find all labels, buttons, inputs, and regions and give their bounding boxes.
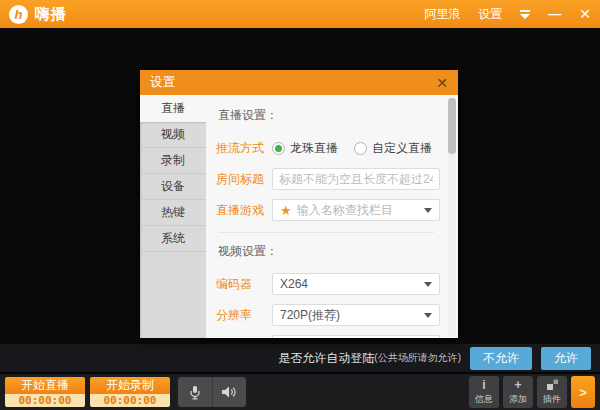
- radio-custom-label[interactable]: 自定义直播: [372, 140, 432, 157]
- autologin-note: (公共场所请勿允许): [374, 351, 461, 365]
- sidebar-item-live[interactable]: 直播: [140, 95, 206, 122]
- settings-link[interactable]: 设置: [478, 6, 502, 23]
- live-timer: 00:00:00: [5, 394, 85, 407]
- sidebar-inactive-group: 视频 录制 设备 热键 系统: [140, 122, 206, 338]
- settings-dialog: 设置 ✕ 直播 视频 录制 设备 热键 系统: [140, 70, 458, 338]
- resolution-value: 720P(推荐): [280, 307, 340, 324]
- control-bar: 开始直播 00:00:00 开始录制 00:00:00: [0, 372, 600, 410]
- encoder-row: 编码器 X264: [216, 272, 444, 296]
- game-placeholder: 输入名称查找栏目: [297, 202, 393, 219]
- section-divider: [218, 232, 434, 233]
- radio-longzhu-selected[interactable]: [272, 142, 285, 155]
- collapse-triangle: [520, 14, 530, 19]
- sidebar-item-record[interactable]: 录制: [140, 148, 206, 174]
- room-title-label: 房间标题: [216, 171, 272, 188]
- app-window: h 嗨播 阿里浪 设置 — ✕ 设置 ✕ 直播 视频: [0, 0, 600, 410]
- sidebar-item-video[interactable]: 视频: [140, 122, 206, 148]
- game-select[interactable]: ★ 输入名称查找栏目: [272, 199, 440, 221]
- start-live-button[interactable]: 开始直播 00:00:00: [5, 377, 85, 407]
- sidebar-item-label: 设备: [161, 178, 185, 195]
- deny-button[interactable]: 不允许: [470, 347, 532, 370]
- resolution-label: 分辨率: [216, 307, 272, 324]
- info-label: 信息: [475, 393, 493, 406]
- audio-controls: [178, 377, 246, 407]
- push-method-label: 推流方式: [216, 140, 272, 157]
- resolution-select[interactable]: 720P(推荐): [272, 304, 440, 326]
- close-button[interactable]: ✕: [579, 6, 591, 22]
- dialog-close-icon[interactable]: ✕: [436, 75, 448, 91]
- dialog-scrollbar-track[interactable]: [448, 97, 456, 336]
- encoder-value: X264: [280, 277, 308, 291]
- sidebar-item-label: 录制: [161, 152, 185, 169]
- dialog-sidebar: 直播 视频 录制 设备 热键 系统: [140, 95, 206, 338]
- live-settings-heading: 直播设置：: [218, 107, 444, 124]
- game-row: 直播游戏 ★ 输入名称查找栏目: [216, 198, 444, 222]
- sidebar-item-label: 视频: [161, 126, 185, 143]
- start-record-label: 开始录制: [90, 377, 170, 394]
- control-bar-right: i 信息 + 添加 插件 >: [469, 376, 595, 408]
- dialog-body: 直播 视频 录制 设备 热键 系统 直播设置： 推流方式: [140, 95, 458, 338]
- chevron-down-icon: [424, 208, 432, 213]
- add-label: 添加: [509, 393, 527, 406]
- star-icon: ★: [280, 204, 292, 217]
- room-title-row: 房间标题: [216, 167, 444, 191]
- app-logo-icon: h: [9, 5, 28, 24]
- quality-row: 画质 中等: [216, 334, 444, 338]
- game-label: 直播游戏: [216, 202, 272, 219]
- room-title-input[interactable]: [272, 168, 440, 190]
- record-timer: 00:00:00: [90, 394, 170, 407]
- chevron-down-icon: [424, 282, 432, 287]
- dialog-header: 设置 ✕: [140, 70, 458, 95]
- info-button[interactable]: i 信息: [469, 376, 499, 408]
- sidebar-item-label: 系统: [161, 230, 185, 247]
- autologin-message: 是否允许自动登陆: [278, 350, 374, 367]
- aliwang-link[interactable]: 阿里浪: [424, 6, 460, 23]
- plus-icon: +: [514, 378, 521, 392]
- dialog-content: 直播设置： 推流方式 龙珠直播 自定义直播 房间标题: [206, 95, 458, 338]
- encoder-select[interactable]: X264: [272, 273, 440, 295]
- video-settings-heading: 视频设置：: [218, 243, 444, 260]
- plugin-icon: [546, 378, 559, 392]
- titlebar-actions: 阿里浪 设置 — ✕: [424, 6, 591, 23]
- radio-dot: [275, 145, 282, 152]
- microphone-icon: [188, 385, 202, 400]
- dialog-title: 设置: [150, 74, 175, 91]
- allow-button[interactable]: 允许: [541, 347, 591, 370]
- quality-select[interactable]: 中等: [272, 335, 440, 338]
- plugin-button[interactable]: 插件: [537, 376, 567, 408]
- resolution-row: 分辨率 720P(推荐): [216, 303, 444, 327]
- quality-value: 中等: [280, 338, 304, 339]
- info-icon: i: [482, 378, 485, 392]
- sidebar-item-system[interactable]: 系统: [140, 226, 206, 252]
- autologin-notify-bar: 是否允许自动登陆 (公共场所请勿允许) 不允许 允许: [0, 344, 600, 372]
- titlebar: h 嗨播 阿里浪 设置 — ✕: [0, 0, 600, 28]
- sidebar-item-device[interactable]: 设备: [140, 174, 206, 200]
- app-title: 嗨播: [35, 5, 67, 24]
- encoder-label: 编码器: [216, 276, 272, 293]
- collapse-icon[interactable]: [520, 10, 530, 19]
- plugin-label: 插件: [543, 393, 561, 406]
- microphone-button[interactable]: [178, 377, 213, 407]
- dialog-scrollbar-thumb[interactable]: [448, 98, 456, 154]
- add-button[interactable]: + 添加: [503, 376, 533, 408]
- quality-label: 画质: [216, 338, 272, 339]
- speaker-icon: [221, 385, 237, 399]
- logo-letter: h: [15, 7, 23, 22]
- collapse-bar: [520, 10, 530, 12]
- chevron-down-icon: [424, 313, 432, 318]
- push-method-options: 龙珠直播 自定义直播: [272, 140, 432, 157]
- radio-longzhu-label[interactable]: 龙珠直播: [290, 140, 338, 157]
- sidebar-item-hotkey[interactable]: 热键: [140, 200, 206, 226]
- start-live-label: 开始直播: [5, 377, 85, 394]
- radio-custom[interactable]: [354, 142, 367, 155]
- speaker-button[interactable]: [213, 377, 247, 407]
- start-record-button[interactable]: 开始录制 00:00:00: [90, 377, 170, 407]
- main-area: 设置 ✕ 直播 视频 录制 设备 热键 系统: [0, 28, 600, 344]
- expand-panel-button[interactable]: >: [571, 376, 595, 408]
- minimize-button[interactable]: —: [548, 9, 561, 19]
- sidebar-item-label: 直播: [161, 100, 185, 117]
- sidebar-item-label: 热键: [161, 204, 185, 221]
- push-method-row: 推流方式 龙珠直播 自定义直播: [216, 136, 444, 160]
